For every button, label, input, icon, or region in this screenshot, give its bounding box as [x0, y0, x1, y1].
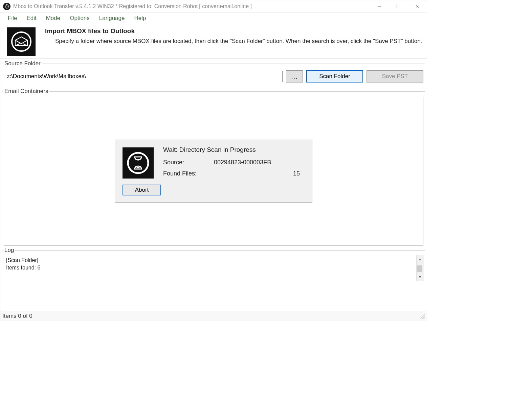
- log-legend: Log: [3, 247, 15, 254]
- scroll-down-icon[interactable]: ▾: [419, 273, 421, 281]
- log-line: Items found: 6: [6, 264, 415, 272]
- menu-language[interactable]: Language: [94, 14, 130, 23]
- app-icon: [3, 3, 10, 10]
- svg-point-6: [128, 153, 148, 173]
- minimize-button[interactable]: [370, 0, 389, 12]
- maximize-button[interactable]: [389, 0, 408, 12]
- email-containers-list[interactable]: Wait: Directory Scan in Progress Source:…: [4, 97, 423, 245]
- close-button[interactable]: [408, 0, 427, 12]
- status-text: Items 0 of 0: [2, 313, 32, 320]
- hourglass-icon: [123, 147, 154, 179]
- header-panel: Import MBOX files to Outlook Specify a f…: [0, 24, 427, 59]
- menu-edit[interactable]: Edit: [22, 14, 41, 23]
- dialog-found-value: 15: [293, 170, 303, 177]
- menu-help[interactable]: Help: [129, 14, 151, 23]
- titlebar: Mbox to Outlook Transfer v.5.4.1.2 WIN32…: [0, 0, 427, 13]
- source-folder-legend: Source Folder: [3, 60, 42, 67]
- source-folder-input[interactable]: [4, 71, 283, 82]
- header-title: Import MBOX files to Outlook: [45, 27, 422, 35]
- header-text: Import MBOX files to Outlook Specify a f…: [45, 27, 422, 46]
- log-textarea[interactable]: [Scan Folder] Items found: 6 ▴ ▾: [4, 255, 423, 281]
- log-group: Log [Scan Folder] Items found: 6 ▴ ▾: [2, 247, 425, 281]
- source-folder-group: Source Folder ... Scan Folder Save PST: [2, 60, 425, 87]
- email-containers-group: Email Containers Wait: Directory Scan in: [2, 88, 425, 245]
- menubar: File Edit Mode Options Language Help: [0, 13, 427, 24]
- log-line: [Scan Folder]: [6, 257, 415, 264]
- dialog-source-value: 00294823-000003FB.: [214, 159, 273, 166]
- scan-folder-button[interactable]: Scan Folder: [306, 70, 363, 82]
- header-description: Specify a folder where source MBOX files…: [45, 37, 422, 46]
- svg-point-5: [12, 32, 31, 51]
- envelope-circle-icon: [7, 27, 36, 56]
- scroll-thumb[interactable]: [417, 265, 422, 272]
- abort-button[interactable]: Abort: [123, 185, 161, 195]
- window-controls: [370, 0, 427, 12]
- scroll-up-icon[interactable]: ▴: [419, 255, 421, 263]
- dialog-found-label: Found Files:: [163, 170, 214, 177]
- scan-progress-dialog: Wait: Directory Scan in Progress Source:…: [115, 140, 312, 203]
- menu-mode[interactable]: Mode: [41, 14, 65, 23]
- dialog-source-label: Source:: [163, 159, 214, 166]
- dialog-title: Wait: Directory Scan in Progress: [163, 146, 303, 154]
- email-containers-legend: Email Containers: [3, 88, 49, 95]
- menu-file[interactable]: File: [3, 14, 22, 23]
- log-scrollbar[interactable]: ▴ ▾: [416, 255, 423, 281]
- statusbar: Items 0 of 0: [0, 311, 427, 321]
- save-pst-button[interactable]: Save PST: [367, 70, 423, 82]
- resize-grip-icon[interactable]: [419, 313, 425, 319]
- window-title: Mbox to Outlook Transfer v.5.4.1.2 WIN32…: [13, 3, 370, 9]
- browse-button[interactable]: ...: [286, 70, 303, 82]
- svg-rect-2: [397, 5, 400, 8]
- app-window: Mbox to Outlook Transfer v.5.4.1.2 WIN32…: [0, 0, 427, 321]
- menu-options[interactable]: Options: [65, 14, 94, 23]
